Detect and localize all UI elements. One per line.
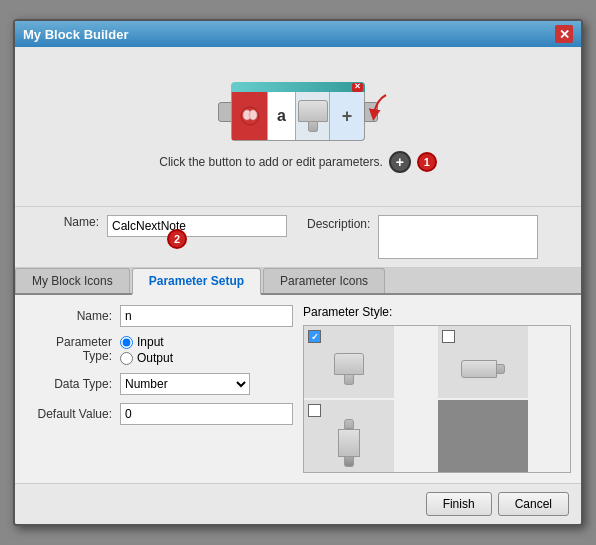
name-input-wrap: 2 <box>107 215 287 237</box>
block-bottom-section: a + <box>231 92 365 141</box>
param-style-label-wrap: Parameter Style: <box>303 305 571 319</box>
radio-input[interactable] <box>120 336 133 349</box>
param-default-row: Default Value: <box>25 403 293 425</box>
param-datatype-row: Data Type: Number String Boolean List <box>25 373 293 395</box>
pvmid <box>338 429 360 457</box>
param-right-column: Parameter Style: <box>303 305 571 473</box>
brain-icon <box>239 105 261 127</box>
annotation-badge-2: 2 <box>167 229 187 249</box>
left-connector <box>218 102 232 122</box>
param-type-row: Parameter Type: Input Output <box>25 335 293 365</box>
param-datatype-select[interactable]: Number String Boolean List <box>120 373 250 395</box>
radio-input-label[interactable]: Input <box>120 335 173 349</box>
arrow-annotation <box>356 90 396 133</box>
radio-output-label[interactable]: Output <box>120 351 173 365</box>
param-style-grid <box>303 325 571 473</box>
cancel-button[interactable]: Cancel <box>498 492 569 516</box>
block-preview-wrap: ✕ a <box>218 82 378 141</box>
style-cell-vert[interactable] <box>304 400 394 472</box>
param-vert-icon <box>338 419 360 467</box>
arrow-svg <box>356 90 396 130</box>
instruction-text: Click the button to add or edit paramete… <box>159 155 382 169</box>
param-name-row: Name: <box>25 305 293 327</box>
block-preview: ✕ a <box>218 82 378 141</box>
param-datatype-label: Data Type: <box>25 377 120 391</box>
add-param-button[interactable]: + <box>389 151 411 173</box>
param-type-group: Input Output <box>120 335 173 365</box>
finish-button[interactable]: Finish <box>426 492 492 516</box>
preview-area: ✕ a <box>15 47 581 207</box>
param-setup-layout: Name: Parameter Type: Input Output <box>25 305 571 473</box>
param-default-label: Default Value: <box>25 407 120 421</box>
pbot <box>344 375 354 385</box>
block-param-cell <box>296 92 330 140</box>
tab-content-parameter-setup: Name: Parameter Type: Input Output <box>15 295 581 483</box>
ptop <box>334 353 364 375</box>
block-icon-cell <box>232 92 268 140</box>
style-cell-top[interactable] <box>304 326 394 398</box>
param-bottom <box>308 122 318 132</box>
tab-my-block-icons[interactable]: My Block Icons <box>15 268 130 293</box>
block-letter-cell: a <box>268 92 296 140</box>
param-name-label: Name: <box>25 309 120 323</box>
param-type-label: Parameter Type: <box>25 335 120 363</box>
style-checkbox-1[interactable] <box>308 330 321 343</box>
tab-bar: My Block Icons Parameter Setup Parameter… <box>15 268 581 295</box>
style-checkbox-2[interactable] <box>442 330 455 343</box>
pvbot <box>344 457 354 467</box>
pext <box>497 364 505 374</box>
dialog-title: My Block Builder <box>23 27 128 42</box>
pvtop <box>344 419 354 429</box>
style-cell-dark[interactable] <box>438 400 528 472</box>
style-icon-top <box>308 343 390 394</box>
param-icon <box>298 100 328 132</box>
block-letter: a <box>277 107 286 125</box>
tab-parameter-setup[interactable]: Parameter Setup <box>132 268 261 295</box>
tab-parameter-icons[interactable]: Parameter Icons <box>263 268 385 293</box>
my-block-builder-dialog: My Block Builder ✕ ✕ <box>13 19 583 526</box>
param-top-icon <box>334 353 364 385</box>
footer: Finish Cancel <box>15 483 581 524</box>
radio-input-text: Input <box>137 335 164 349</box>
radio-output-text: Output <box>137 351 173 365</box>
name-desc-row: Name: 2 Description: <box>15 207 581 268</box>
pmain <box>461 360 497 378</box>
click-instruction: Click the button to add or edit paramete… <box>159 151 436 173</box>
param-name-input[interactable] <box>120 305 293 327</box>
annotation-badge-1: 1 <box>417 152 437 172</box>
name-input[interactable] <box>107 215 287 237</box>
block-top-stripe: ✕ <box>231 82 365 92</box>
name-label: Name: <box>27 215 107 229</box>
param-default-input[interactable] <box>120 403 293 425</box>
param-top <box>298 100 328 122</box>
description-input[interactable] <box>378 215 538 259</box>
param-style-label: Parameter Style: <box>303 305 392 319</box>
block-inner: ✕ a <box>231 82 365 141</box>
add-symbol: + <box>342 106 353 127</box>
close-button[interactable]: ✕ <box>555 25 573 43</box>
style-icon-right <box>442 343 524 394</box>
param-left-column: Name: Parameter Type: Input Output <box>25 305 293 473</box>
param-right-icon <box>461 360 505 378</box>
style-cell-right[interactable] <box>438 326 528 398</box>
style-icon-vert <box>308 417 390 468</box>
desc-label: Description: <box>307 217 370 231</box>
title-bar: My Block Builder ✕ <box>15 21 581 47</box>
radio-output[interactable] <box>120 352 133 365</box>
style-checkbox-3[interactable] <box>308 404 321 417</box>
